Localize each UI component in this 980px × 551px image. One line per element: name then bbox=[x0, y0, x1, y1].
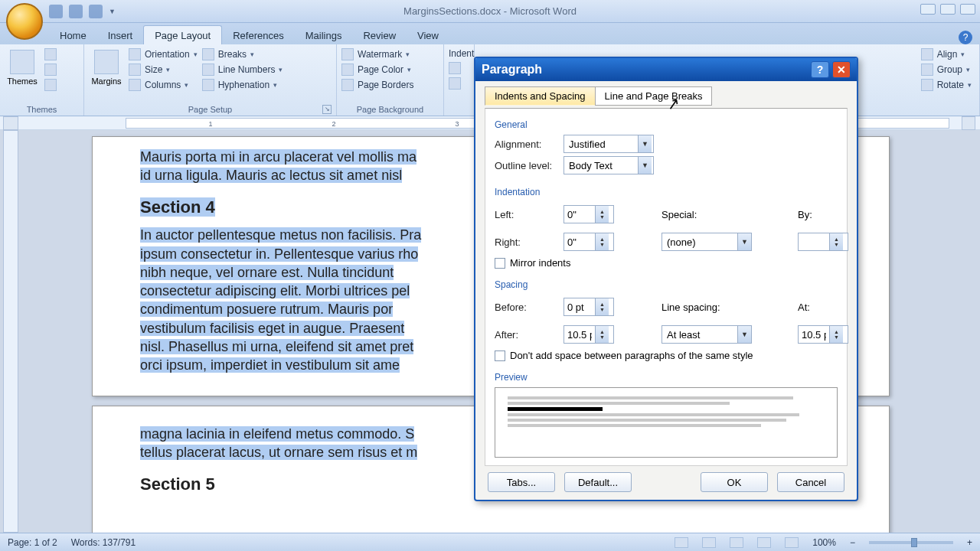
spinner-buttons[interactable]: ▲▼ bbox=[595, 326, 609, 343]
theme-colors-button[interactable] bbox=[44, 48, 57, 60]
hyphenation-button[interactable]: Hyphenation▾ bbox=[202, 79, 283, 91]
spinner-buttons[interactable]: ▲▼ bbox=[829, 233, 843, 250]
help-icon[interactable]: ? bbox=[959, 31, 972, 44]
view-web-layout-icon[interactable] bbox=[730, 537, 743, 548]
mirror-indents-checkbox[interactable]: Mirror indents bbox=[495, 257, 838, 269]
doc-paragraph: magna lacinia in eleifend metus commodo.… bbox=[140, 426, 417, 460]
vertical-ruler[interactable] bbox=[3, 130, 18, 533]
zoom-thumb[interactable] bbox=[911, 538, 917, 547]
spinner-buttons[interactable]: ▲▼ bbox=[595, 206, 609, 223]
view-print-layout-icon[interactable] bbox=[675, 537, 688, 548]
tab-page-layout[interactable]: Page Layout bbox=[143, 25, 222, 44]
effects-icon bbox=[44, 79, 57, 91]
margins-icon bbox=[94, 50, 119, 74]
minimize-button[interactable] bbox=[920, 4, 936, 15]
ruler-toggle-button[interactable] bbox=[962, 116, 975, 130]
tab-review[interactable]: Review bbox=[352, 26, 407, 44]
section-general: General bbox=[495, 119, 838, 130]
after-spinner[interactable]: ▲▼ bbox=[564, 325, 614, 344]
special-label: Special: bbox=[662, 209, 697, 220]
dont-add-space-checkbox[interactable]: Don't add space between paragraphs of th… bbox=[495, 350, 838, 361]
page-color-button[interactable]: Page Color▾ bbox=[341, 64, 413, 76]
maximize-button[interactable] bbox=[940, 4, 956, 15]
office-button[interactable] bbox=[6, 3, 43, 40]
alignment-label: Alignment: bbox=[495, 139, 557, 150]
dialog-titlebar[interactable]: Paragraph ? ✕ bbox=[475, 58, 857, 81]
zoom-level[interactable]: 100% bbox=[812, 537, 836, 548]
dialog-close-button[interactable]: ✕ bbox=[832, 61, 851, 78]
before-spinner[interactable]: ▲▼ bbox=[564, 298, 614, 316]
tab-view[interactable]: View bbox=[407, 26, 449, 44]
view-draft-icon[interactable] bbox=[785, 537, 799, 548]
alignment-select[interactable]: Justified▼ bbox=[564, 135, 654, 153]
ok-button[interactable]: OK bbox=[701, 472, 768, 492]
tab-line-page-breaks[interactable]: Line and Page Breaks bbox=[595, 86, 713, 106]
breaks-icon bbox=[202, 48, 214, 60]
undo-icon[interactable] bbox=[69, 5, 83, 18]
page-color-icon bbox=[341, 64, 354, 76]
watermark-button[interactable]: Watermark▾ bbox=[341, 48, 413, 60]
size-icon bbox=[129, 64, 141, 76]
view-outline-icon[interactable] bbox=[757, 537, 771, 548]
margins-button[interactable]: Margins bbox=[89, 48, 124, 86]
orientation-button[interactable]: Orientation▾ bbox=[129, 48, 198, 60]
zoom-out-button[interactable]: − bbox=[850, 537, 855, 548]
tab-insert[interactable]: Insert bbox=[97, 26, 144, 44]
status-words[interactable]: Words: 137/791 bbox=[71, 537, 136, 548]
spinner-buttons[interactable]: ▲▼ bbox=[829, 326, 843, 343]
before-label: Before: bbox=[495, 302, 557, 313]
size-button[interactable]: Size▾ bbox=[129, 64, 198, 76]
by-spinner[interactable]: ▲▼ bbox=[798, 233, 848, 251]
columns-button[interactable]: Columns▾ bbox=[129, 79, 198, 91]
line-spacing-select[interactable]: At least▼ bbox=[662, 325, 752, 344]
tab-references[interactable]: References bbox=[222, 26, 294, 44]
spinner-buttons[interactable]: ▲▼ bbox=[595, 298, 609, 315]
tab-selector[interactable] bbox=[3, 116, 18, 130]
align-button[interactable]: Align▾ bbox=[921, 48, 972, 60]
tab-indents-spacing[interactable]: Indents and Spacing bbox=[485, 86, 595, 106]
indent-left-spinner[interactable]: ▲▼ bbox=[564, 205, 614, 223]
save-icon[interactable] bbox=[49, 5, 63, 18]
indent-right-spinner[interactable]: ▲▼ bbox=[564, 233, 614, 251]
spinner-buttons[interactable]: ▲▼ bbox=[595, 233, 609, 250]
tab-mailings[interactable]: Mailings bbox=[295, 26, 353, 44]
breaks-button[interactable]: Breaks▾ bbox=[202, 48, 283, 60]
dialog-help-button[interactable]: ? bbox=[811, 61, 829, 78]
default-button[interactable]: Default... bbox=[564, 472, 632, 492]
tabs-button[interactable]: Tabs... bbox=[488, 472, 555, 492]
line-numbers-icon bbox=[202, 64, 214, 76]
themes-button[interactable]: Themes bbox=[5, 48, 40, 86]
theme-fonts-button[interactable] bbox=[44, 64, 57, 76]
zoom-in-button[interactable]: + bbox=[967, 537, 972, 548]
checkbox-icon bbox=[495, 350, 505, 361]
doc-text-line: id urna ligula. Mauris ac lectus sit ame… bbox=[140, 168, 402, 183]
line-numbers-button[interactable]: Line Numbers▾ bbox=[202, 64, 283, 76]
ribbon-tabs: Home Insert Page Layout References Maili… bbox=[0, 23, 980, 44]
group-button[interactable]: Group▾ bbox=[921, 64, 972, 76]
chevron-down-icon: ▼ bbox=[737, 326, 751, 343]
themes-icon bbox=[10, 50, 34, 74]
close-button[interactable] bbox=[960, 4, 975, 15]
qat-dropdown-icon[interactable]: ▼ bbox=[109, 8, 116, 15]
cancel-button[interactable]: Cancel bbox=[777, 472, 844, 492]
watermark-icon bbox=[341, 48, 354, 60]
special-select[interactable]: (none)▼ bbox=[662, 233, 752, 251]
outline-level-select[interactable]: Body Text▼ bbox=[564, 156, 654, 174]
indent-right-icon bbox=[449, 77, 461, 90]
view-full-screen-icon[interactable] bbox=[702, 537, 716, 548]
at-spinner[interactable]: ▲▼ bbox=[798, 325, 848, 344]
colors-icon bbox=[44, 48, 57, 60]
doc-text-line: Mauris porta mi in arcu placerat vel mol… bbox=[140, 149, 416, 165]
tab-home[interactable]: Home bbox=[49, 26, 97, 44]
indent-right-button[interactable] bbox=[449, 77, 474, 90]
rotate-button[interactable]: Rotate▾ bbox=[921, 79, 972, 91]
status-page[interactable]: Page: 1 of 2 bbox=[8, 537, 57, 548]
theme-effects-button[interactable] bbox=[44, 79, 57, 91]
fonts-icon bbox=[44, 64, 57, 76]
indent-left-button[interactable] bbox=[449, 62, 474, 74]
page-borders-button[interactable]: Page Borders bbox=[341, 79, 413, 91]
redo-icon[interactable] bbox=[89, 5, 103, 18]
page-setup-launcher[interactable]: ↘ bbox=[322, 105, 332, 114]
section-preview: Preview bbox=[495, 372, 838, 383]
zoom-slider[interactable] bbox=[869, 541, 953, 544]
